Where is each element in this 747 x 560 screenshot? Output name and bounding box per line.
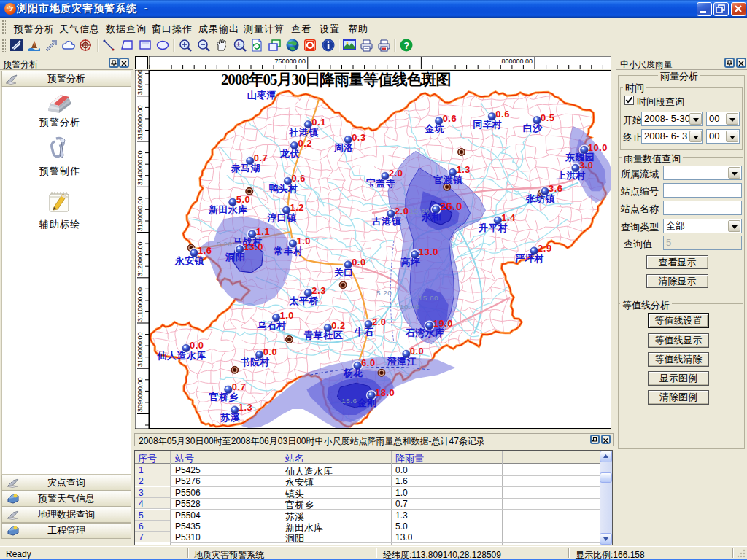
svg-text:严坪村: 严坪村 — [514, 253, 544, 264]
svg-text:800000.00: 800000.00 — [501, 58, 533, 65]
svg-text:1.2: 1.2 — [290, 202, 304, 213]
svg-text:13.0: 13.0 — [419, 246, 438, 257]
svg-text:乌石村: 乌石村 — [257, 320, 286, 331]
svg-text:2.0: 2.0 — [395, 206, 409, 217]
svg-text:新田水库: 新田水库 — [208, 204, 248, 215]
svg-text:2.9: 2.9 — [538, 243, 551, 254]
svg-text:0.6: 0.6 — [443, 113, 457, 124]
svg-text:苏溪: 苏溪 — [220, 412, 240, 423]
svg-text:1.1: 1.1 — [256, 226, 270, 237]
svg-text:2.0: 2.0 — [389, 168, 403, 179]
svg-text:±: ± — [236, 41, 241, 49]
svg-text:2008年05月30日降雨量等值线色斑图: 2008年05月30日降雨量等值线色斑图 — [221, 71, 451, 88]
svg-text:3140000.00: 3140000.00 — [136, 150, 144, 185]
svg-text:0.1: 0.1 — [311, 117, 325, 128]
svg-text:1.0: 1.0 — [280, 310, 294, 321]
svg-text:上洪村: 上洪村 — [557, 170, 586, 181]
svg-text:3.6: 3.6 — [549, 183, 562, 194]
svg-text:升平村: 升平村 — [478, 222, 508, 233]
svg-text:1.0: 1.0 — [296, 236, 310, 246]
svg-text:0.0: 0.0 — [410, 346, 424, 357]
svg-text:龙伏: 龙伏 — [279, 148, 300, 159]
svg-text:1.3: 1.3 — [457, 164, 471, 175]
svg-text:3160000.00: 3160000.00 — [136, 70, 144, 95]
svg-text:杨花: 杨花 — [343, 368, 363, 378]
svg-text:3100000.00: 3100000.00 — [136, 332, 144, 367]
svg-text:常丰村: 常丰村 — [273, 246, 303, 257]
svg-text:石湾水库: 石湾水库 — [405, 328, 445, 339]
svg-text:26.0: 26.0 — [440, 200, 462, 212]
svg-text:15.60: 15.60 — [419, 294, 438, 302]
svg-text:19.0: 19.0 — [433, 318, 453, 329]
svg-text:牛石: 牛石 — [354, 327, 374, 338]
svg-text:15.6: 15.6 — [341, 397, 357, 405]
svg-text:3.0: 3.0 — [579, 160, 593, 171]
svg-text:仙人造水库: 仙人造水库 — [157, 350, 206, 361]
svg-text:官渡镇: 官渡镇 — [433, 174, 462, 185]
svg-text:3150000.00: 3150000.00 — [136, 105, 144, 140]
svg-text:周洛: 周洛 — [333, 142, 354, 153]
svg-text:0.0: 0.0 — [263, 346, 277, 357]
svg-text:青草社区: 青草社区 — [303, 330, 343, 341]
svg-text:金刚: 金刚 — [357, 397, 377, 408]
svg-text:1.4: 1.4 — [501, 212, 516, 223]
svg-text:13.0: 13.0 — [244, 241, 263, 252]
svg-text:3110000.00: 3110000.00 — [136, 287, 144, 322]
svg-text:5.20: 5.20 — [376, 289, 392, 297]
svg-text:0.3: 0.3 — [352, 132, 365, 143]
svg-text:0.0: 0.0 — [190, 340, 204, 351]
svg-text:宝盖寺: 宝盖寺 — [366, 178, 395, 189]
svg-text:750000.00: 750000.00 — [274, 58, 306, 65]
svg-text:赤马湖: 赤马湖 — [231, 163, 260, 174]
svg-text:10.40: 10.40 — [400, 303, 419, 311]
svg-text:1.6: 1.6 — [198, 245, 212, 256]
svg-text:官桥乡: 官桥乡 — [209, 392, 239, 402]
svg-text:0.6: 0.6 — [291, 173, 305, 184]
svg-text:10.0: 10.0 — [588, 142, 608, 153]
svg-text:5.20: 5.20 — [217, 240, 232, 248]
svg-text:2.3: 2.3 — [311, 285, 325, 296]
svg-text:6.0: 6.0 — [361, 357, 375, 368]
svg-text:0.7: 0.7 — [254, 152, 268, 163]
svg-text:3090000.00: 3090000.00 — [136, 377, 144, 412]
svg-text:澄潭江: 澄潭江 — [387, 356, 417, 367]
svg-text:高坪: 高坪 — [400, 257, 420, 268]
svg-text:5.0: 5.0 — [236, 194, 250, 205]
svg-text:18.0: 18.0 — [375, 387, 395, 398]
svg-text:张坊镇: 张坊镇 — [525, 193, 555, 204]
svg-text:淳口镇: 淳口镇 — [267, 212, 296, 223]
svg-text:洞阳: 洞阳 — [225, 252, 245, 262]
svg-text:0.2: 0.2 — [331, 320, 345, 331]
svg-text:鸭头村: 鸭头村 — [268, 183, 298, 194]
svg-text:永安镇: 永安镇 — [174, 255, 204, 266]
svg-text:白沙: 白沙 — [523, 122, 543, 133]
svg-text:0.7: 0.7 — [232, 381, 246, 392]
svg-text:山枣潭: 山枣潭 — [247, 90, 276, 101]
svg-text:金坑: 金坑 — [424, 123, 444, 134]
svg-text:3120000.00: 3120000.00 — [136, 241, 144, 276]
svg-text:0.0: 0.0 — [352, 257, 365, 268]
svg-text:书院村: 书院村 — [240, 357, 270, 368]
svg-text:?: ? — [403, 40, 409, 51]
svg-text:2.0: 2.0 — [372, 316, 386, 327]
svg-text:0.6: 0.6 — [495, 109, 509, 120]
svg-text:关口: 关口 — [333, 267, 354, 278]
svg-text:太平桥: 太平桥 — [288, 295, 319, 306]
svg-text:0.5: 0.5 — [541, 112, 554, 123]
svg-text:0.2: 0.2 — [298, 138, 311, 149]
svg-text:社港镇: 社港镇 — [288, 127, 318, 138]
svg-text:永和: 永和 — [421, 211, 441, 222]
svg-text:古港镇: 古港镇 — [371, 216, 401, 227]
svg-text:同幸村: 同幸村 — [473, 119, 502, 130]
svg-text:1.3: 1.3 — [239, 402, 252, 413]
svg-text:3130000.00: 3130000.00 — [136, 196, 144, 231]
